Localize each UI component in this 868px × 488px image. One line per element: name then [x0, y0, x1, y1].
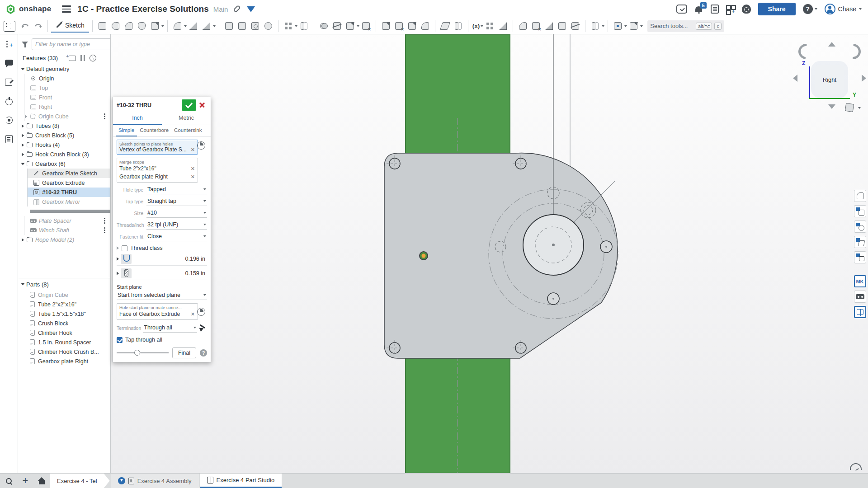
- draft-icon[interactable]: [202, 21, 211, 31]
- delete-face-icon[interactable]: [394, 21, 404, 31]
- tree-item-gearbox-mirror[interactable]: Gearbox Mirror: [28, 197, 110, 206]
- chevron-down-icon[interactable]: [21, 283, 25, 286]
- follow-mode-icon[interactable]: [5, 116, 14, 125]
- filter-icon[interactable]: [22, 41, 28, 48]
- tree-folder-tubes[interactable]: Tubes (8): [18, 121, 110, 131]
- sheet-metal-corner-icon[interactable]: [557, 21, 567, 31]
- start-plane-select[interactable]: Start from selected plane: [117, 291, 207, 300]
- thread-icon[interactable]: [264, 21, 273, 31]
- part-item-climber-hook-crush-block[interactable]: Climber Hook Crush B...: [18, 347, 110, 357]
- replace-face-icon[interactable]: [407, 21, 417, 31]
- subtab-simple[interactable]: Simple: [116, 125, 137, 136]
- chevron-right-icon[interactable]: [22, 134, 24, 137]
- offset-surface-icon[interactable]: [420, 21, 430, 31]
- tree-item-gearbox-plate-sketch[interactable]: Gearbox Plate Sketch: [28, 169, 110, 178]
- rotate-right-icon[interactable]: [862, 75, 866, 82]
- tap-through-checkbox[interactable]: [117, 337, 123, 343]
- parts-header-row[interactable]: Parts (8): [18, 278, 110, 290]
- hole-start-plane-box[interactable]: Hole start plane or mate conne... Face o…: [117, 303, 198, 320]
- chevron-right-icon[interactable]: [22, 124, 24, 128]
- appearance-panel-icon[interactable]: [854, 190, 866, 202]
- tree-item-gearbox-extrude[interactable]: Gearbox Extrude: [28, 178, 110, 188]
- composite-curve-icon[interactable]: [453, 21, 463, 31]
- tree-folder-rope-model[interactable]: Rope Model (2): [18, 235, 110, 244]
- thicken-icon[interactable]: [150, 21, 160, 31]
- clear-selection-icon[interactable]: ✕: [190, 311, 195, 317]
- split-icon[interactable]: [332, 21, 342, 31]
- onshape-logo[interactable]: onshape: [0, 4, 51, 14]
- tab-part-studio[interactable]: Exercise 4 Part Studio: [200, 474, 282, 488]
- hole-icon[interactable]: [250, 21, 260, 31]
- extrude-icon[interactable]: [98, 21, 107, 31]
- config-parts-icon[interactable]: [854, 236, 866, 248]
- mirror-icon[interactable]: [299, 21, 309, 31]
- flip-direction-icon[interactable]: [199, 324, 207, 332]
- chevron-right-icon[interactable]: [25, 115, 27, 118]
- view-appearance-icon[interactable]: [613, 21, 623, 31]
- tree-folder-hooks[interactable]: Hooks (4): [18, 140, 110, 150]
- tree-item-origin-cube[interactable]: Origin Cube: [24, 112, 110, 121]
- slider-knob[interactable]: [134, 350, 140, 356]
- tree-item-plate-spacer[interactable]: Plate Spacer: [24, 216, 110, 225]
- share-link-icon[interactable]: [233, 5, 241, 13]
- share-button[interactable]: Share: [758, 3, 796, 15]
- config-table-cube-icon[interactable]: [854, 205, 866, 217]
- display-states-icon[interactable]: [485, 21, 495, 31]
- threads-select[interactable]: 32 tpi (UNF): [146, 221, 207, 230]
- undo-icon[interactable]: [21, 22, 30, 30]
- bom-table-icon[interactable]: [5, 135, 14, 144]
- app-store-icon[interactable]: [726, 5, 735, 14]
- isometric-cube-icon[interactable]: [844, 103, 854, 113]
- tab-inch[interactable]: Inch: [113, 113, 162, 125]
- draft-caret-icon[interactable]: [213, 25, 216, 27]
- loft-icon[interactable]: [137, 21, 146, 31]
- tap-drill-value[interactable]: 0.159 in: [185, 270, 207, 277]
- part-item-crush-block[interactable]: Crush Block: [18, 319, 110, 328]
- final-button[interactable]: Final: [172, 347, 196, 358]
- material-library-icon[interactable]: MK: [854, 275, 866, 287]
- new-folder-icon[interactable]: [69, 56, 76, 61]
- termination-select[interactable]: Through all: [143, 324, 197, 333]
- selected-sketch-point[interactable]: [419, 251, 428, 260]
- main-menu-icon[interactable]: [62, 5, 71, 13]
- clear-selection-icon[interactable]: ✕: [190, 147, 195, 153]
- user-menu[interactable]: Chase: [825, 4, 862, 14]
- feature-name-input[interactable]: [117, 102, 166, 108]
- tree-folder-hook-crush-block[interactable]: Hook Crush Block (3): [18, 150, 110, 159]
- hole-type-select[interactable]: Tapped: [146, 185, 207, 194]
- remove-item-icon[interactable]: ✕: [190, 174, 195, 180]
- document-title[interactable]: 1C - Practice Exercise Solutions: [77, 4, 208, 14]
- part-item-tube-15x15x18[interactable]: Tube 1.5"x1.5"x18": [18, 309, 110, 319]
- update-available-icon[interactable]: [118, 477, 125, 484]
- plane-icon[interactable]: [440, 21, 450, 31]
- linear-pattern-icon[interactable]: [283, 21, 293, 31]
- home-button[interactable]: [33, 474, 50, 488]
- tree-item-default-geometry[interactable]: Default geometry: [18, 64, 110, 74]
- chevron-down-icon[interactable]: [21, 68, 25, 70]
- tree-folder-gearbox[interactable]: Gearbox (6): [18, 159, 110, 169]
- tasks-icon[interactable]: [711, 5, 719, 14]
- thicken-caret-icon[interactable]: [161, 25, 164, 27]
- rotate-ccw-icon[interactable]: [795, 41, 817, 62]
- expand-icon[interactable]: [117, 257, 119, 261]
- sweep-icon[interactable]: [124, 21, 133, 31]
- named-views-icon[interactable]: [590, 21, 600, 31]
- explode-icon[interactable]: [629, 21, 638, 31]
- tab-document[interactable]: Exercise 4 - Tel: [50, 474, 110, 488]
- variables-caret-icon[interactable]: [481, 25, 483, 27]
- view-cube-face[interactable]: Right: [815, 65, 844, 94]
- filter-input[interactable]: [32, 38, 111, 50]
- chevron-right-icon[interactable]: [22, 153, 24, 156]
- search-tools-box[interactable]: Search tools... alt/⌥ c: [647, 20, 724, 32]
- sheet-metal-joint-icon[interactable]: [544, 21, 554, 31]
- size-select[interactable]: #10: [146, 209, 207, 218]
- cancel-button[interactable]: [196, 99, 208, 111]
- sketch-button[interactable]: Sketch: [51, 20, 89, 33]
- redo-icon[interactable]: [33, 22, 42, 30]
- view-options-caret-icon[interactable]: [858, 107, 861, 109]
- add-tab-button[interactable]: +: [17, 474, 33, 488]
- delete-part-icon[interactable]: [361, 21, 371, 31]
- part-item-round-spacer[interactable]: 1.5 in. Round Spacer: [18, 338, 110, 347]
- subtab-counterbore[interactable]: Counterbore: [137, 125, 171, 136]
- chevron-right-icon[interactable]: [22, 238, 24, 242]
